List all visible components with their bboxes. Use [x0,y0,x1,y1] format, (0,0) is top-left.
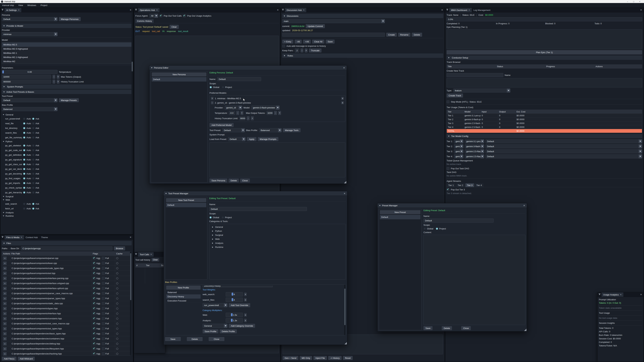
scrollbar-thumb[interactable] [130,253,131,300]
agg-checkbox[interactable] [93,342,96,345]
tpm-name-input[interactable]: Default [209,207,307,211]
category-tree-item[interactable]: General [212,226,343,228]
files-scrollbar[interactable] [130,252,132,356]
remove-weight-button[interactable]: x [244,313,247,317]
discussion-create-button[interactable]: Create [386,33,397,37]
pe-maxout-input[interactable]: 32000 [267,111,273,115]
remove-file-button[interactable]: x [3,282,7,285]
agg-checkbox[interactable] [93,332,96,335]
category-tree-item[interactable]: Web [212,238,343,240]
parameter-input[interactable]: 900000 [2,80,51,84]
ask-radio[interactable] [32,136,34,139]
ai-settings-scrollbar[interactable] [132,12,133,234]
tpm-scope-global-radio[interactable] [209,216,212,219]
create-track-button[interactable]: Create Track [446,93,463,97]
composer-button[interactable]: -> History [328,356,342,360]
discussion-delete-button[interactable]: Delete [412,33,422,37]
agent-stream-tab[interactable]: Tier 1 [446,183,456,187]
profile-name-input[interactable]: Discovery-Heavy [202,286,273,287]
panel-menu-icon[interactable] [134,252,138,257]
pe-hist-input[interactable]: 900000 [239,116,245,120]
remove-file-button[interactable]: x [3,272,7,275]
model-list-item[interactable]: MiniMax-M2 [2,59,132,63]
apply-button[interactable]: Apply [247,137,256,141]
auto-radio[interactable] [23,122,26,125]
agg-checkbox[interactable] [93,302,96,305]
pe-model-select[interactable]: gemini-3-flash-preview [252,106,280,110]
model-move-up-button[interactable]: + [211,97,214,100]
composer-button[interactable]: Inject File [314,356,327,360]
tab-context-hub[interactable]: Context Hub [24,235,40,240]
tier-model-select[interactable]: gemini-2.5-flash-lite [465,149,484,153]
pe-temp-input[interactable]: -0.0 [229,111,235,115]
slider-handle[interactable] [231,313,232,316]
category-tree-item[interactable]: Surgical [212,234,343,236]
ask-radio[interactable] [32,163,34,166]
tab-discussion-hub[interactable]: Discussion Hub✕ [285,8,306,12]
category-tree-item[interactable]: Analysis [212,242,343,244]
remove-file-button[interactable]: x [3,307,7,310]
remove-file-button[interactable]: x [3,337,7,340]
delete-preset-button[interactable]: Delete [442,326,452,330]
add-tool-override-button[interactable]: Add Tool Override [229,303,250,307]
track-type-select[interactable]: feature [453,88,510,92]
close-preset-button[interactable]: Close [209,337,224,341]
agg-checkbox[interactable] [93,262,96,265]
ask-radio[interactable] [32,177,34,180]
add-preferred-model-button[interactable]: Add Preferred Model [210,123,234,127]
auto-radio[interactable] [23,136,26,139]
tier-model-select[interactable]: gemini-2.5-flash-lite [465,154,484,158]
close-tab-icon[interactable]: ✕ [21,236,22,239]
full-checkbox[interactable] [102,307,105,310]
new-preset-button[interactable]: New Preset [380,210,420,214]
discussion-name-input[interactable] [282,33,385,37]
track-name-input[interactable] [446,73,503,77]
new-profile-button[interactable]: New Profile [166,286,200,290]
remove-file-button[interactable]: x [3,257,7,260]
conductor-setup-header[interactable]: Conductor Setup [446,55,642,60]
keep-pairs-minus[interactable]: - [300,48,304,52]
agg-checkbox[interactable] [93,272,96,275]
ask-radio[interactable] [32,207,34,210]
composer-button[interactable]: MD Only [300,356,312,360]
remove-file-button[interactable]: x [3,267,7,270]
auto-radio[interactable] [23,187,26,189]
agent-stream-tab[interactable]: Tier 3 [466,183,474,187]
tab-theme[interactable]: Theme [40,235,50,240]
ask-radio[interactable] [32,158,34,161]
tab-ai-settings[interactable]: AI Settings✕ [4,8,21,12]
tier-provider-select[interactable]: gemini [454,154,464,158]
category-tree-item[interactable]: Runtime [212,246,343,248]
plan-epic-button[interactable]: Plan Epic (Tier 1) [446,50,642,54]
agg-checkbox[interactable] [93,297,96,300]
persona-name-input[interactable]: Default [217,77,261,81]
discussion-select[interactable]: main [282,19,385,23]
stepper-minus[interactable]: - [52,75,55,79]
remove-file-button[interactable]: x [3,322,7,325]
auto-radio[interactable] [23,191,26,194]
auto-radio[interactable] [23,144,26,147]
ask-radio[interactable] [32,127,34,129]
update-commit-button[interactable]: Update Commit [306,24,325,28]
close-panel-icon[interactable]: ✕ [130,236,132,239]
panel-menu-icon[interactable] [0,235,4,240]
close-dialog-icon[interactable]: ✕ [523,204,525,207]
ask-radio[interactable] [32,168,34,170]
pm-name-input[interactable]: Default [424,219,494,223]
full-checkbox[interactable] [102,282,105,285]
roles-header[interactable]: Roles [282,53,443,58]
agg-checkbox[interactable] [93,327,96,330]
track-description-textarea[interactable] [446,78,642,87]
auto-radio[interactable] [23,154,26,156]
persona-list-item[interactable]: Default [152,77,206,82]
ask-radio[interactable] [32,172,34,175]
ask-radio[interactable] [32,203,34,205]
panel-menu-icon[interactable] [0,8,4,12]
new-persona-button[interactable]: New Persona [152,72,206,76]
auto-radio[interactable] [23,207,26,210]
save-preset-button[interactable]: Save [424,326,432,330]
resize-grip[interactable] [344,342,347,345]
tool-override-select[interactable]: run_powershell [202,303,228,307]
manage-personas-button[interactable]: Manage Personas [59,17,81,21]
full-checkbox[interactable] [102,257,105,260]
